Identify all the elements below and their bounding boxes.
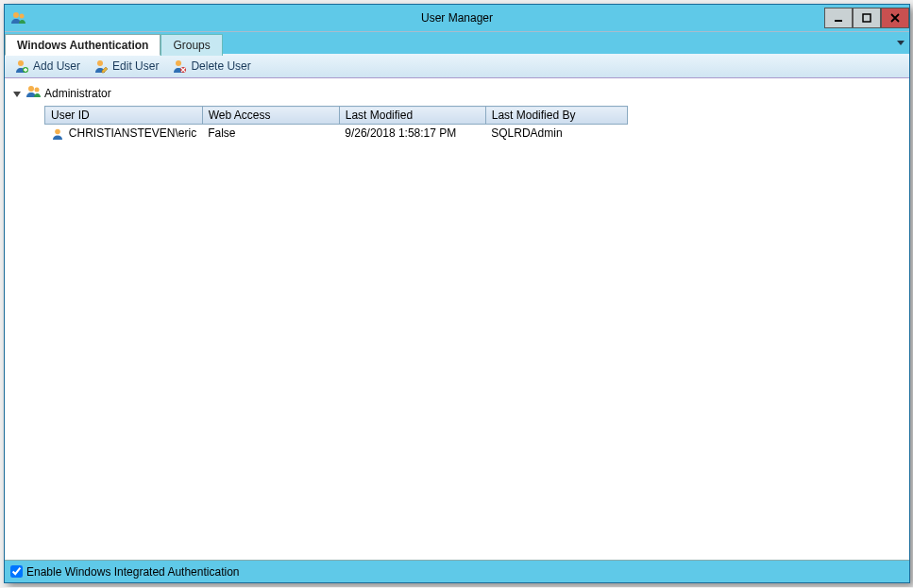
user-icon [51,127,64,141]
content-area: Administrator User ID Web Access Last Mo… [5,78,909,560]
titlebar: User Manager [5,5,909,31]
tab-windows-authentication[interactable]: Windows Authentication [5,34,161,56]
close-button[interactable] [881,8,909,28]
svg-point-6 [97,60,103,66]
edit-user-icon [93,59,109,74]
svg-rect-2 [835,20,842,22]
window-title: User Manager [5,11,909,25]
svg-point-10 [35,88,40,92]
svg-point-7 [176,60,181,66]
delete-user-button[interactable]: Delete User [166,57,256,76]
edit-user-label: Edit User [112,59,159,73]
column-header-user-id[interactable]: User ID [45,107,203,125]
svg-point-9 [28,86,34,92]
column-header-last-modified[interactable]: Last Modified [339,107,485,125]
tab-overflow-dropdown[interactable] [892,32,909,54]
minimize-button[interactable] [824,8,853,28]
svg-point-11 [55,129,60,135]
tab-groups[interactable]: Groups [161,34,222,56]
status-bar: Enable Windows Integrated Authentication [5,560,909,582]
cell-user-id: CHRISTIANSTEVEN\eric [69,126,196,140]
tree-root-row[interactable]: Administrator [7,82,907,104]
column-header-web-access[interactable]: Web Access [202,107,339,125]
toolbar: Add User Edit User Delete User [5,54,909,78]
enable-windows-auth-label: Enable Windows Integrated Authentication [26,565,239,579]
user-table: User ID Web Access Last Modified Last Mo… [44,106,628,143]
svg-point-0 [13,12,19,18]
cell-web-access: False [202,125,339,143]
svg-rect-3 [863,14,871,22]
user-manager-window: User Manager Windows Authentication Grou… [4,4,910,583]
svg-point-4 [18,60,24,66]
app-icon [10,10,25,25]
tree-root-label[interactable]: Administrator [44,87,111,100]
delete-user-icon [172,59,187,74]
cell-last-modified: 9/26/2018 1:58:17 PM [339,125,485,143]
cell-last-modified-by: SQLRDAdmin [485,125,627,143]
enable-windows-auth-checkbox[interactable] [10,565,23,578]
expand-collapse-icon[interactable] [12,89,22,98]
add-user-button[interactable]: Add User [8,57,86,76]
add-user-label: Add User [33,59,80,73]
maximize-button[interactable] [853,8,881,28]
svg-point-1 [20,14,25,19]
tab-bar: Windows Authentication Groups [5,31,909,54]
delete-user-label: Delete User [191,59,250,73]
edit-user-button[interactable]: Edit User [88,57,164,76]
add-user-icon [14,59,29,74]
column-header-last-modified-by[interactable]: Last Modified By [485,107,627,125]
table-row[interactable]: CHRISTIANSTEVEN\eric False 9/26/2018 1:5… [45,125,628,143]
group-icon [25,84,41,102]
